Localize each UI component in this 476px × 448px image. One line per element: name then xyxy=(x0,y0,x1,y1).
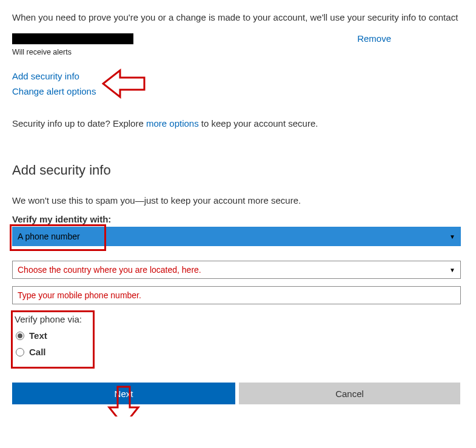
phone-placeholder: Type your mobile phone number. xyxy=(18,290,141,300)
redacted-contact xyxy=(12,33,133,44)
uptodate-text: Security info up to date? Explore more o… xyxy=(12,118,464,129)
section-subtext: We won't use this to spam you—just to ke… xyxy=(12,195,464,206)
radio-option-call[interactable]: Call xyxy=(15,347,101,357)
radio-option-text[interactable]: Text xyxy=(15,330,101,341)
uptodate-prefix: Security info up to date? Explore xyxy=(12,118,146,129)
change-alert-options-link[interactable]: Change alert options xyxy=(12,86,464,96)
more-options-link[interactable]: more options xyxy=(146,118,199,129)
radio-label-call: Call xyxy=(29,347,46,357)
country-select[interactable]: Choose the country where you are located… xyxy=(12,261,461,279)
next-button[interactable]: Next xyxy=(12,383,235,404)
phone-number-input[interactable]: Type your mobile phone number. xyxy=(12,286,461,304)
identity-selected-value: A phone number xyxy=(18,232,80,241)
identity-method-select[interactable]: A phone number ▼ xyxy=(12,227,461,246)
uptodate-suffix: to keep your account secure. xyxy=(199,118,318,129)
intro-text: When you need to prove you're you or a c… xyxy=(12,12,464,22)
radio-icon xyxy=(16,348,24,356)
cancel-button[interactable]: Cancel xyxy=(239,383,460,404)
chevron-down-icon: ▼ xyxy=(449,267,455,273)
add-security-info-link[interactable]: Add security info xyxy=(12,71,464,81)
radio-label-text: Text xyxy=(29,330,47,341)
verify-identity-label: Verify my identity with: xyxy=(12,214,464,224)
verify-via-label: Verify phone via: xyxy=(15,314,101,324)
section-title: Add security info xyxy=(12,162,464,178)
country-placeholder: Choose the country where you are located… xyxy=(18,265,201,275)
radio-icon xyxy=(16,332,24,340)
chevron-down-icon: ▼ xyxy=(449,233,455,240)
alerts-note: Will receive alerts xyxy=(12,48,464,56)
remove-link[interactable]: Remove xyxy=(357,33,391,44)
